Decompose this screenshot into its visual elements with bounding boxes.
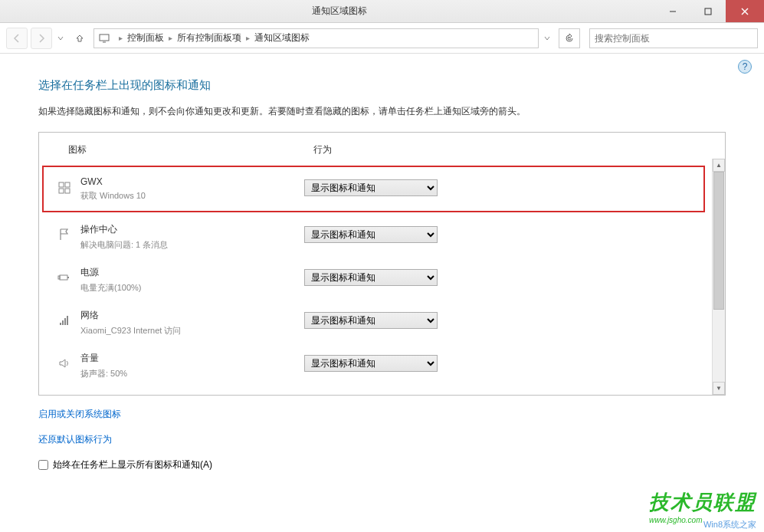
chevron-right-icon: ▸: [164, 34, 177, 42]
item-text: 操作中心 解决电脑问题: 1 条消息: [74, 223, 304, 251]
help-icon[interactable]: ?: [738, 60, 752, 74]
svg-rect-7: [65, 182, 70, 187]
minimize-button[interactable]: [655, 0, 690, 22]
history-dropdown[interactable]: [55, 29, 66, 48]
battery-icon: [54, 268, 74, 287]
scroll-down-arrow[interactable]: ▼: [713, 382, 725, 395]
item-text: 音量 扬声器: 50%: [74, 352, 304, 379]
svg-rect-4: [100, 34, 109, 41]
always-show-checkbox-row: 始终在任务栏上显示所有图标和通知(A): [38, 458, 726, 471]
back-button[interactable]: [6, 28, 28, 49]
wifi-icon: [54, 310, 74, 330]
svg-rect-1: [705, 8, 711, 15]
svg-rect-12: [58, 276, 60, 279]
panel-header: 图标 行为: [39, 133, 725, 166]
maximize-button[interactable]: [690, 0, 726, 22]
svg-rect-16: [67, 316, 68, 325]
item-name: 电源: [80, 266, 304, 279]
item-subtitle: 解决电脑问题: 1 条消息: [80, 239, 304, 251]
content-area: ? 选择在任务栏上出现的图标和通知 如果选择隐藏图标和通知，则不会向你通知更改和…: [0, 54, 764, 532]
refresh-button[interactable]: [559, 28, 580, 48]
scroll-area: GWX 获取 Windows 10 显示图标和通知 操作中心 解决电脑问题: 1…: [39, 166, 725, 391]
svg-rect-15: [64, 318, 66, 325]
page-description: 如果选择隐藏图标和通知，则不会向你通知更改和更新。若要随时查看隐藏的图标，请单击…: [38, 105, 726, 132]
always-show-label[interactable]: 始终在任务栏上显示所有图标和通知(A): [53, 458, 212, 471]
up-button[interactable]: [69, 28, 90, 49]
scrollbar[interactable]: ▲ ▼: [712, 159, 725, 395]
item-text: 电源 电量充满(100%): [74, 266, 304, 294]
behavior-select[interactable]: 显示图标和通知: [304, 312, 438, 329]
notification-item-gwx: GWX 获取 Windows 10 显示图标和通知: [42, 166, 705, 212]
column-header-behavior: 行为: [313, 143, 332, 156]
chevron-right-icon: ▸: [114, 34, 127, 42]
system-icons-link[interactable]: 启用或关闭系统图标: [38, 408, 121, 421]
icon-settings-panel: 图标 行为 GWX 获取 Windows 10 显示图标和通知 操作中心: [38, 132, 726, 396]
windows-icon: [54, 178, 74, 198]
svg-rect-9: [65, 189, 70, 193]
scroll-up-arrow[interactable]: ▲: [713, 159, 725, 172]
forward-button[interactable]: [31, 28, 52, 49]
search-box[interactable]: [589, 28, 758, 48]
flag-icon: [54, 225, 74, 245]
chevron-right-icon: ▸: [241, 34, 254, 42]
item-subtitle: 扬声器: 50%: [80, 368, 304, 379]
item-subtitle: Xiaomi_C923 Internet 访问: [80, 325, 304, 337]
svg-rect-10: [60, 275, 67, 280]
window-controls: [655, 0, 764, 22]
close-button[interactable]: [726, 0, 764, 22]
behavior-select[interactable]: 显示图标和通知: [304, 355, 438, 372]
scroll-thumb[interactable]: [713, 172, 724, 310]
item-name: GWX: [80, 176, 304, 187]
svg-rect-6: [59, 182, 64, 187]
display-icon: [97, 31, 111, 45]
item-subtitle: 获取 Windows 10: [80, 190, 304, 202]
breadcrumb[interactable]: ▸ 控制面板 ▸ 所有控制面板项 ▸ 通知区域图标: [93, 28, 539, 48]
breadcrumb-dropdown[interactable]: [542, 29, 553, 48]
page-title: 选择在任务栏上出现的图标和通知: [38, 69, 726, 105]
item-name: 音量: [80, 352, 304, 365]
navbar: ▸ 控制面板 ▸ 所有控制面板项 ▸ 通知区域图标: [0, 23, 764, 54]
item-name: 网络: [80, 309, 304, 322]
search-input[interactable]: [595, 33, 753, 44]
item-subtitle: 电量充满(100%): [80, 282, 304, 294]
notification-item-network: 网络 Xiaomi_C923 Internet 访问 显示图标和通知: [39, 301, 725, 344]
item-text: GWX 获取 Windows 10: [74, 176, 304, 202]
breadcrumb-item[interactable]: 所有控制面板项: [177, 31, 241, 44]
svg-rect-13: [60, 323, 61, 325]
restore-defaults-link[interactable]: 还原默认图标行为: [38, 433, 112, 446]
notification-item-volume: 音量 扬声器: 50% 显示图标和通知: [39, 344, 725, 387]
speaker-icon: [54, 353, 74, 373]
always-show-checkbox[interactable]: [38, 460, 48, 470]
svg-rect-14: [62, 320, 64, 325]
behavior-select[interactable]: 显示图标和通知: [304, 179, 438, 196]
svg-rect-11: [67, 277, 69, 278]
breadcrumb-item[interactable]: 通知区域图标: [254, 31, 310, 44]
behavior-select[interactable]: 显示图标和通知: [304, 226, 438, 243]
window-title: 通知区域图标: [23, 5, 655, 18]
titlebar: 通知区域图标: [0, 0, 764, 23]
item-name: 操作中心: [80, 223, 304, 236]
behavior-select[interactable]: 显示图标和通知: [304, 269, 438, 286]
column-header-icon: 图标: [68, 143, 313, 156]
notification-item-action-center: 操作中心 解决电脑问题: 1 条消息 显示图标和通知: [39, 215, 725, 258]
breadcrumb-item[interactable]: 控制面板: [127, 31, 164, 44]
watermark-sub: Win8系统之家: [703, 519, 756, 530]
svg-rect-8: [59, 189, 64, 193]
item-text: 网络 Xiaomi_C923 Internet 访问: [74, 309, 304, 337]
notification-item-power: 电源 电量充满(100%) 显示图标和通知: [39, 258, 725, 301]
